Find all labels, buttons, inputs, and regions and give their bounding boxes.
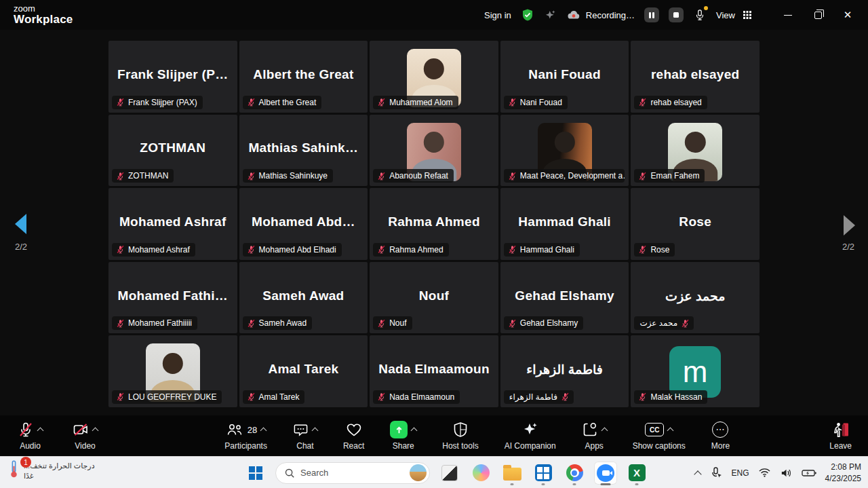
chat-button[interactable]: Chat [293,421,317,451]
participant-label: Eman Fahem [650,171,699,181]
taskbar-file-explorer-icon[interactable] [500,459,524,487]
video-options-chevron[interactable] [92,428,99,434]
show-captions-button[interactable]: CC Show captions [633,421,686,451]
participant-tile[interactable]: Nada Elmaamoun Nada Elmaamoun [370,335,498,407]
participant-tile[interactable]: Mohamed Ashraf Mohamed Ashraf [108,188,237,260]
participant-tile[interactable]: rehab elsayed rehab elsayed [631,41,760,113]
mic-muted-icon [681,319,690,328]
battery-icon[interactable] [802,469,816,477]
participant-tile[interactable]: Rahma Ahmed Rahma Ahmed [370,188,498,260]
minimize-button[interactable] [773,0,803,30]
taskbar-chrome-icon[interactable] [563,459,586,487]
participant-name-pill: Mathias Sahinkuye [243,169,333,183]
participant-tile[interactable]: Mohamed Fathi… Mohamed Fathiiiii [108,262,237,334]
wifi-icon[interactable] [758,468,771,478]
video-button[interactable]: Video [73,421,98,451]
participant-label: Gehad Elshamy [520,318,578,328]
participant-tile[interactable]: Eman Fahem [631,115,760,187]
participant-tile[interactable]: Frank Slijper (P… Frank Slijper (PAX) [108,41,237,113]
participant-display-name: Sameh Awad [242,288,366,303]
taskbar-search-box[interactable]: Search [275,462,430,484]
share-button[interactable]: Share [390,421,416,451]
taskbar-zoom-icon[interactable] [594,459,617,487]
participant-label: فاطمة الزهراء [509,392,557,402]
taskbar-copilot-icon[interactable] [469,459,492,487]
start-button[interactable] [244,459,267,487]
view-grid-icon[interactable] [741,8,754,22]
leave-label: Leave [829,441,852,451]
more-button[interactable]: ⋯ More [711,421,730,451]
chat-chevron[interactable] [311,428,318,434]
next-page-arrow[interactable] [844,215,855,236]
participant-tile[interactable]: Mathias Sahink… Mathias Sahinkuye [239,115,368,187]
participant-display-name: محمد عزت [633,288,757,303]
participant-tile[interactable]: m Malak Hassan [631,335,760,407]
participant-display-name: فاطمة الزهراء [503,362,627,377]
volume-icon[interactable] [780,468,793,478]
search-daily-image[interactable] [410,464,427,481]
participant-tile[interactable]: Abanoub Refaat [370,115,498,187]
participant-tile[interactable]: Gehad Elshamy Gehad Elshamy [500,262,629,334]
taskbar-store-icon[interactable] [532,459,555,487]
participant-tile[interactable]: Hammad Ghali Hammad Ghali [500,188,629,260]
participant-display-name: Rahma Ahmed [372,214,496,229]
stop-recording-button[interactable] [669,7,684,22]
encryption-shield-icon[interactable] [521,8,534,22]
participants-chevron[interactable] [260,428,267,434]
audio-button[interactable]: Audio [18,421,43,451]
audio-options-chevron[interactable] [37,428,44,434]
mic-muted-icon [377,98,386,107]
leave-button[interactable]: Leave [829,421,852,451]
mic-muted-icon [116,319,125,328]
participant-tile[interactable]: Mohamed Abd… Mohamed Abd Elhadi [239,188,368,260]
ai-companion-button[interactable]: AI Companion [505,421,556,451]
view-button-label[interactable]: View [716,10,735,20]
participant-tile[interactable]: ZOTHMAN ZOTHMAN [108,115,237,187]
taskbar-app-icon[interactable] [438,459,461,487]
sparkle-icon[interactable] [544,8,557,22]
recording-cloud-icon [567,8,580,22]
react-button[interactable]: React [343,421,364,451]
apps-chevron[interactable] [601,428,608,434]
close-button[interactable]: ✕ [833,0,863,30]
captions-icon: CC [645,423,664,436]
weather-widget[interactable]: 1 درجات الحرارة تنخف..: غدًا [8,459,95,482]
mic-muted-icon [508,319,517,328]
participant-label: Amal Tarek [259,392,300,402]
chat-icon [293,422,309,438]
taskbar-excel-icon[interactable]: X [625,459,648,487]
participant-tile[interactable]: فاطمة الزهراء فاطمة الزهراء [500,335,629,407]
participant-tile[interactable]: Albert the Great Albert the Great [239,41,368,113]
participant-tile[interactable]: Rose Rose [631,188,760,260]
language-indicator[interactable]: ENG [732,468,749,478]
participant-tile[interactable]: LOU GEOFFREY DUKE [108,335,237,407]
participants-button[interactable]: 28 Participants [224,421,267,451]
tray-overflow-chevron[interactable] [694,470,701,478]
participant-display-name: Nouf [372,288,496,303]
taskbar-clock[interactable]: 2:08 PM 4/23/2025 [825,462,861,483]
pause-recording-button[interactable] [644,7,659,22]
participant-tile[interactable]: Muhammed Alom [370,41,498,113]
participant-tile[interactable]: Nouf Nouf [370,262,498,334]
previous-page-arrow[interactable] [15,214,26,234]
mic-muted-icon [247,245,256,254]
participant-tile[interactable]: Sameh Awad Sameh Awad [239,262,368,334]
participant-name-pill: Frank Slijper (PAX) [112,96,203,109]
share-chevron[interactable] [411,428,418,434]
participant-name-pill: LOU GEOFFREY DUKE [112,390,222,404]
sign-in-link[interactable]: Sign in [484,10,511,20]
host-tools-button[interactable]: Host tools [442,421,478,451]
avatar-letter: m [683,357,708,387]
apps-button[interactable]: Apps [582,421,607,451]
windows-taskbar: 1 درجات الحرارة تنخف..: غدًا Search X [0,456,868,488]
more-label: More [711,441,730,451]
participant-label: Maat Peace, Development a… [520,171,625,181]
participant-tile[interactable]: Amal Tarek Amal Tarek [239,335,368,407]
participant-tile[interactable]: Nani Fouad Nani Fouad [500,41,629,113]
titlebar-mic-icon[interactable] [693,8,707,22]
participant-tile[interactable]: Maat Peace, Development a… [500,115,629,187]
voice-access-icon[interactable] [709,466,723,480]
restore-button[interactable] [803,0,833,30]
captions-chevron[interactable] [667,428,674,434]
participant-tile[interactable]: محمد عزت محمد عزت [631,262,760,334]
